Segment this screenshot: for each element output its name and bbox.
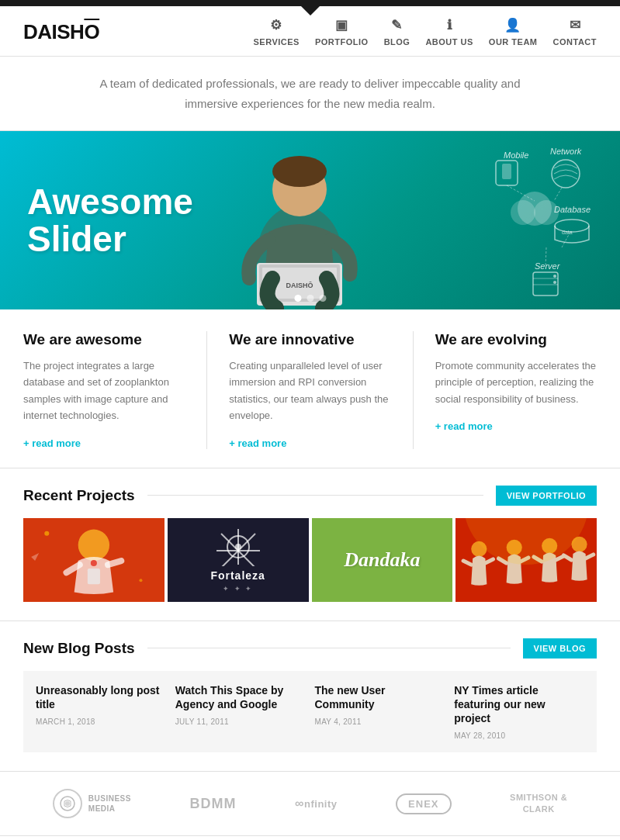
hero-slider: Awesome Slider DAISHŌ Mobile Network D bbox=[0, 131, 620, 309]
recent-projects-section: Recent Projects VIEW PORTFOLIO bbox=[0, 468, 620, 621]
feature-2-body: Creating unparalleled level of user imme… bbox=[229, 358, 390, 424]
svg-text:Database: Database bbox=[554, 205, 591, 214]
feature-1-link[interactable]: + read more bbox=[23, 437, 81, 449]
blog-post-3[interactable]: The new User Community MAY 4, 2011 bbox=[315, 683, 445, 741]
feature-3: We are evolving Promote community accele… bbox=[424, 331, 597, 449]
svg-point-27 bbox=[534, 200, 559, 225]
logo-smithson: SMITHSON &CLARK bbox=[510, 792, 567, 816]
feature-1: We are awesome The project integrates a … bbox=[23, 331, 196, 449]
blog-post-3-title: The new User Community bbox=[315, 683, 445, 711]
feature-2: We are innovative Creating unparalleled … bbox=[218, 331, 401, 449]
nav-team[interactable]: 👤 OUR TEAM bbox=[489, 17, 538, 47]
blog-section: New Blog Posts VIEW BLOG Unreasonably lo… bbox=[0, 621, 620, 773]
hero-title: Awesome Slider bbox=[27, 183, 193, 258]
blog-post-1[interactable]: Unreasonably long post title MARCH 1, 20… bbox=[36, 683, 166, 741]
blog-post-3-date: MAY 4, 2011 bbox=[315, 717, 445, 726]
hero-diagram: Mobile Network Database data Server bbox=[434, 139, 604, 302]
svg-point-32 bbox=[44, 531, 49, 535]
feature-3-body: Promote community accelerates the princi… bbox=[435, 358, 597, 407]
blog-icon: ✎ bbox=[391, 17, 403, 33]
services-icon: ⚙ bbox=[270, 17, 282, 33]
feature-1-body: The project integrates a large database … bbox=[23, 358, 185, 424]
top-bar bbox=[0, 0, 620, 6]
svg-text:Mobile: Mobile bbox=[504, 150, 528, 160]
logo-business-media: BUSINESSMEDIA bbox=[53, 789, 131, 818]
blog-post-4[interactable]: NY Times article featuring our new proje… bbox=[454, 683, 584, 741]
tagline: A team of dedicated professionals, we ar… bbox=[0, 57, 620, 131]
svg-text:Server: Server bbox=[535, 261, 561, 271]
blog-post-4-title: NY Times article featuring our new proje… bbox=[454, 683, 584, 726]
nav-blog[interactable]: ✎ BLOG bbox=[384, 17, 410, 47]
blog-grid: Unreasonably long post title MARCH 1, 20… bbox=[23, 671, 597, 753]
logos-bar: BUSINESSMEDIA BDMM ∞nfinity ENEX SMITHSO… bbox=[0, 772, 620, 836]
logo-infinity: ∞nfinity bbox=[295, 797, 337, 811]
dot-2[interactable] bbox=[307, 295, 313, 302]
portfolio-item-3[interactable]: Dandaka bbox=[312, 518, 453, 602]
blog-post-4-date: MAY 28, 2010 bbox=[454, 731, 584, 740]
recent-projects-title: Recent Projects bbox=[23, 487, 135, 504]
view-blog-button[interactable]: VIEW BLOG bbox=[523, 638, 597, 659]
section-divider bbox=[147, 495, 483, 496]
nav-services[interactable]: ⚙ SERVICES bbox=[254, 17, 300, 47]
feature-3-link[interactable]: + read more bbox=[435, 420, 493, 432]
feature-2-title: We are innovative bbox=[229, 331, 390, 348]
logo: DAISHO bbox=[23, 20, 99, 44]
svg-rect-9 bbox=[502, 164, 511, 179]
svg-point-29 bbox=[78, 529, 109, 560]
main-nav: ⚙ SERVICES ▣ PORTFOLIO ✎ BLOG ℹ ABOUT US… bbox=[254, 17, 597, 47]
portfolio-item-2[interactable]: Fortaleza ✦ ✦ ✦ bbox=[168, 518, 309, 602]
view-portfolio-button[interactable]: VIEW PORTFOLIO bbox=[496, 486, 597, 506]
nav-contact[interactable]: ✉ CONTACT bbox=[553, 17, 597, 47]
svg-text:DAISHŌ: DAISHŌ bbox=[286, 282, 313, 289]
blog-section-divider bbox=[147, 648, 511, 648]
portfolio-item-2-label: Fortaleza bbox=[210, 569, 265, 582]
blog-post-2-date: JULY 11, 2011 bbox=[175, 717, 306, 726]
blog-title: New Blog Posts bbox=[23, 640, 135, 657]
contact-icon: ✉ bbox=[570, 17, 581, 33]
team-icon: 👤 bbox=[504, 17, 521, 33]
blog-post-2-title: Watch This Space by Agency and Google bbox=[175, 683, 306, 711]
portfolio-item-4[interactable] bbox=[455, 518, 597, 602]
portfolio-grid: Fortaleza ✦ ✦ ✦ Dandaka bbox=[23, 518, 597, 602]
blog-post-2[interactable]: Watch This Space by Agency and Google JU… bbox=[175, 683, 306, 741]
svg-point-26 bbox=[511, 200, 535, 225]
feature-divider-1 bbox=[206, 331, 207, 449]
logo-enex: ENEX bbox=[396, 793, 451, 814]
slider-dots bbox=[294, 295, 326, 302]
feature-divider-2 bbox=[413, 331, 414, 449]
svg-point-31 bbox=[91, 560, 97, 566]
svg-text:Network: Network bbox=[550, 147, 582, 156]
svg-point-11 bbox=[552, 160, 580, 188]
nav-portfolio[interactable]: ▣ PORTFOLIO bbox=[315, 17, 369, 47]
business-media-circle bbox=[53, 789, 82, 818]
portfolio-item-3-label: Dandaka bbox=[344, 548, 420, 572]
svg-text:data: data bbox=[562, 230, 573, 235]
blog-post-1-date: MARCH 1, 2018 bbox=[36, 717, 166, 726]
svg-point-20 bbox=[553, 281, 556, 284]
features-section: We are awesome The project integrates a … bbox=[0, 309, 620, 468]
dot-1[interactable] bbox=[294, 295, 301, 302]
feature-2-link[interactable]: + read more bbox=[229, 437, 286, 449]
hero-person-illustration: DAISHŌ bbox=[191, 131, 408, 309]
dot-3[interactable] bbox=[319, 295, 326, 302]
portfolio-icon: ▣ bbox=[335, 17, 348, 33]
feature-1-title: We are awesome bbox=[23, 331, 185, 348]
portfolio-item-1[interactable] bbox=[23, 518, 165, 602]
svg-point-39 bbox=[235, 544, 241, 550]
svg-point-19 bbox=[553, 275, 556, 278]
nav-about[interactable]: ℹ ABOUT US bbox=[425, 17, 473, 47]
svg-point-33 bbox=[139, 579, 142, 582]
svg-point-2 bbox=[272, 156, 327, 187]
recent-projects-header: Recent Projects VIEW PORTFOLIO bbox=[23, 486, 597, 506]
feature-3-title: We are evolving bbox=[435, 331, 597, 348]
footer: © 2018 Daisho Systems. All Rights Reserv… bbox=[0, 836, 620, 840]
blog-header: New Blog Posts VIEW BLOG bbox=[23, 638, 597, 659]
svg-line-22 bbox=[554, 188, 562, 201]
logo-bdmm: BDMM bbox=[190, 796, 237, 812]
svg-rect-30 bbox=[88, 569, 100, 584]
blog-post-1-title: Unreasonably long post title bbox=[36, 683, 166, 711]
svg-point-55 bbox=[65, 801, 70, 806]
about-icon: ℹ bbox=[447, 17, 452, 33]
